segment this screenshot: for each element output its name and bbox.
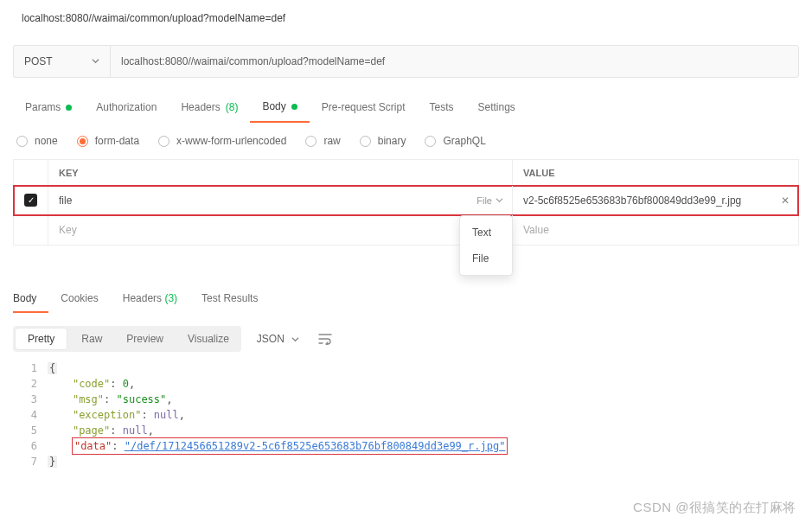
tab-label: Params — [25, 101, 61, 113]
body-mode-row: none form-data x-www-form-urlencoded raw… — [13, 135, 799, 147]
tab-headers[interactable]: Headers (8) — [169, 95, 250, 123]
code-lines[interactable]: { "code": 0, "msg": "sucess", "exception… — [48, 360, 799, 469]
view-mode-pretty[interactable]: Pretty — [15, 328, 67, 350]
response-toolbar: Pretty Raw Preview Visualize JSON — [13, 326, 799, 352]
tab-body[interactable]: Body — [250, 95, 309, 123]
radio-label: GraphQL — [443, 135, 485, 147]
code-line: } — [48, 454, 799, 469]
line-number: 2 — [13, 376, 37, 392]
code-line: "data": "/def/1712456651289v2-5c6f8525e6… — [48, 438, 799, 454]
key-text: file — [59, 195, 72, 207]
body-mode-none[interactable]: none — [13, 135, 58, 147]
code-line: { — [48, 360, 799, 376]
th-key: KEY — [48, 160, 513, 185]
table-header: KEY VALUE — [14, 160, 798, 186]
chevron-down-icon — [92, 57, 99, 67]
radio-label: form-data — [95, 135, 139, 147]
resp-tab-testresults[interactable]: Test Results — [201, 287, 270, 313]
body-mode-raw[interactable]: raw — [302, 135, 340, 147]
tok: null — [123, 424, 148, 437]
line-number: 6 — [13, 438, 37, 454]
radio-label: none — [35, 135, 58, 147]
tok: { — [48, 362, 57, 374]
request-bar: POST localhost:8080//waimai/common/uploa… — [13, 45, 799, 78]
request-tabs: Params Authorization Headers (8) Body Pr… — [13, 95, 799, 123]
headers-count: (3) — [164, 292, 177, 304]
method-select[interactable]: POST — [13, 45, 110, 78]
resp-tab-headers[interactable]: Headers (3) — [123, 287, 189, 313]
wrap-line-icon[interactable] — [313, 327, 337, 351]
tab-label: Body — [262, 100, 285, 112]
method-label: POST — [24, 55, 53, 67]
tab-tests[interactable]: Tests — [417, 95, 465, 123]
code-line: "page": null, — [48, 423, 799, 438]
tok: "page" — [73, 424, 110, 437]
dropdown-item-file[interactable]: File — [460, 246, 512, 271]
tok: 0 — [123, 378, 129, 390]
body-mode-graphql[interactable]: GraphQL — [421, 135, 485, 147]
url-input[interactable]: localhost:8080//waimai/common/upload?mod… — [110, 45, 799, 78]
view-mode-raw[interactable]: Raw — [69, 326, 114, 352]
tok: "code" — [73, 378, 110, 390]
tab-label: Headers — [123, 292, 162, 304]
dot-icon — [291, 104, 297, 110]
line-number: 4 — [13, 407, 37, 423]
radio-label: binary — [378, 135, 406, 147]
line-number: 5 — [13, 423, 37, 438]
tok: null — [154, 409, 179, 421]
row-key-cell[interactable]: Key — [48, 215, 513, 245]
key-type-dropdown: Text File — [459, 215, 513, 276]
resp-tab-cookies[interactable]: Cookies — [61, 287, 110, 313]
view-modes: Pretty Raw Preview Visualize — [13, 326, 241, 352]
dot-icon — [66, 105, 72, 111]
tab-prerequest[interactable]: Pre-request Script — [310, 95, 418, 123]
value-placeholder: Value — [523, 224, 549, 236]
tok: "data" — [74, 440, 112, 452]
line-number: 3 — [13, 392, 37, 407]
body-mode-xwww[interactable]: x-www-form-urlencoded — [155, 135, 286, 147]
table-row: Key Value — [14, 215, 798, 245]
tok: "msg" — [73, 393, 104, 405]
code-line: "msg": "sucess", — [48, 392, 799, 407]
tok: "/def/1712456651289v2-5c6f8525e653683b76… — [125, 440, 506, 452]
tok: "sucess" — [116, 393, 166, 405]
body-mode-binary[interactable]: binary — [356, 135, 406, 147]
format-select[interactable]: JSON — [257, 333, 299, 345]
tab-label: Headers — [181, 101, 220, 113]
radio-icon — [360, 136, 371, 147]
row-check[interactable]: ✓ — [14, 186, 48, 214]
highlighted-line: "data": "/def/1712456651289v2-5c6f8525e6… — [73, 438, 508, 454]
radio-label: raw — [323, 135, 340, 147]
body-mode-formdata[interactable]: form-data — [74, 135, 139, 147]
key-type-label: File — [476, 195, 492, 206]
tab-settings[interactable]: Settings — [466, 95, 527, 123]
tab-params[interactable]: Params — [13, 95, 84, 123]
tok: "exception" — [73, 409, 141, 421]
table-row: ✓ file File Text File v2-5c6f8525e653683… — [14, 186, 798, 215]
line-number: 1 — [13, 360, 37, 376]
code-line: "exception": null, — [48, 407, 799, 423]
url-display: localhost:8080//waimai/common/upload?mod… — [13, 9, 799, 35]
resp-tab-body[interactable]: Body — [13, 287, 48, 313]
row-value-cell[interactable]: v2-5c6f8525e653683b76bf800849dd3e99_r.jp… — [513, 186, 798, 214]
watermark: CSDN @很搞笑的在打麻将 — [633, 500, 796, 516]
code-line: "code": 0, — [48, 376, 799, 392]
row-key-cell[interactable]: file File Text File — [48, 186, 513, 214]
radio-icon — [16, 136, 28, 147]
radio-icon — [77, 136, 88, 147]
headers-count: (8) — [226, 101, 239, 113]
key-type-select[interactable]: File — [476, 195, 503, 206]
view-mode-visualize[interactable]: Visualize — [176, 326, 241, 352]
response-tabs: Body Cookies Headers (3) Test Results — [13, 287, 799, 314]
tab-authorization[interactable]: Authorization — [84, 95, 169, 123]
value-text: v2-5c6f8525e653683b76bf800849dd3e99_r.jp… — [523, 195, 741, 207]
dropdown-item-text[interactable]: Text — [460, 220, 512, 246]
radio-label: x-www-form-urlencoded — [176, 135, 286, 147]
close-icon[interactable]: ✕ — [781, 195, 790, 207]
row-value-cell[interactable]: Value — [513, 215, 798, 245]
key-placeholder: Key — [59, 224, 77, 236]
chevron-down-icon — [291, 335, 299, 343]
formdata-table: KEY VALUE ✓ file File Text File v2-5c6f8… — [13, 159, 799, 246]
view-mode-preview[interactable]: Preview — [114, 326, 176, 352]
response-body: 1 2 3 4 5 6 7 { "code": 0, "msg": "suces… — [13, 360, 799, 469]
